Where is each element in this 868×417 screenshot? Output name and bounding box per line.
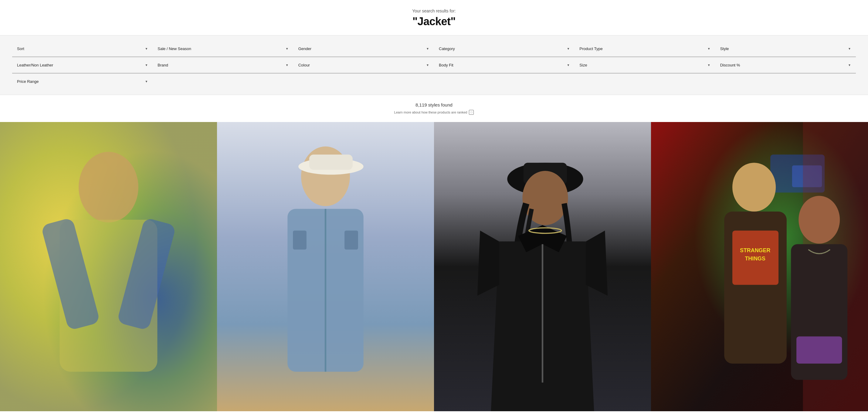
filter-bar: Sort ▼ Sale / New Season ▼ Gender ▼ Cate… — [0, 35, 868, 95]
chevron-down-icon: ▼ — [145, 63, 148, 67]
product-card[interactable] — [0, 122, 217, 411]
filter-row-2: Leather/Non Leather ▼ Brand ▼ Colour ▼ B… — [12, 57, 856, 74]
product-card[interactable] — [217, 122, 434, 411]
filter-product-type[interactable]: Product Type ▼ — [575, 41, 715, 57]
chevron-down-icon: ▼ — [145, 80, 148, 83]
info-icon: □ — [469, 110, 474, 115]
filter-style-label: Style — [720, 46, 729, 51]
results-ranking[interactable]: Learn more about how these products are … — [6, 110, 862, 115]
filter-category[interactable]: Category ▼ — [434, 41, 575, 57]
filter-size-label: Size — [579, 63, 587, 67]
filter-leather-label: Leather/Non Leather — [17, 63, 53, 67]
filter-price-range[interactable]: Price Range ▼ — [12, 74, 153, 89]
ranking-text: Learn more about how these products are … — [394, 110, 467, 114]
product-grid: STRANGER THINGS — [0, 122, 868, 411]
svg-rect-13 — [344, 231, 358, 250]
product-image — [217, 122, 434, 411]
filter-brand-label: Brand — [157, 63, 168, 67]
svg-text:STRANGER: STRANGER — [740, 247, 770, 253]
filter-gender-label: Gender — [298, 46, 311, 51]
svg-rect-12 — [293, 231, 307, 250]
product-card[interactable] — [434, 122, 651, 411]
filter-discount[interactable]: Discount % ▼ — [715, 57, 856, 73]
filter-sort-label: Sort — [17, 46, 24, 51]
filter-body-fit-label: Body Fit — [439, 63, 454, 67]
chevron-down-icon: ▼ — [145, 47, 148, 51]
filter-size[interactable]: Size ▼ — [575, 57, 715, 73]
filter-sale-label: Sale / New Season — [157, 46, 191, 51]
chevron-down-icon: ▼ — [708, 47, 711, 51]
filter-colour[interactable]: Colour ▼ — [293, 57, 434, 73]
filter-product-type-label: Product Type — [579, 46, 602, 51]
filter-brand[interactable]: Brand ▼ — [153, 57, 293, 73]
chevron-down-icon: ▼ — [567, 47, 570, 51]
chevron-down-icon: ▼ — [848, 47, 851, 51]
svg-rect-32 — [796, 336, 842, 363]
filter-sort[interactable]: Sort ▼ — [12, 41, 153, 57]
filter-style[interactable]: Style ▼ — [715, 41, 856, 57]
results-count: 8,119 styles found — [6, 102, 862, 107]
filter-body-fit[interactable]: Body Fit ▼ — [434, 57, 575, 73]
product-image — [0, 122, 217, 411]
filter-gender[interactable]: Gender ▼ — [293, 41, 434, 57]
chevron-down-icon: ▼ — [848, 63, 851, 67]
filter-price-range-label: Price Range — [17, 79, 39, 84]
svg-text:THINGS: THINGS — [745, 256, 766, 262]
filter-leather[interactable]: Leather/Non Leather ▼ — [12, 57, 153, 73]
filter-sale-new-season[interactable]: Sale / New Season ▼ — [153, 41, 293, 57]
chevron-down-icon: ▼ — [286, 63, 289, 67]
product-image: STRANGER THINGS — [651, 122, 868, 411]
search-subtitle: Your search results for: — [6, 8, 862, 13]
product-card[interactable]: STRANGER THINGS — [651, 122, 868, 411]
filter-discount-label: Discount % — [720, 63, 740, 67]
chevron-down-icon: ▼ — [426, 63, 429, 67]
filter-category-label: Category — [439, 46, 455, 51]
search-title: "Jacket" — [6, 15, 862, 28]
svg-point-30 — [799, 196, 840, 244]
svg-point-25 — [732, 163, 776, 212]
filter-row-1: Sort ▼ Sale / New Season ▼ Gender ▼ Cate… — [12, 41, 856, 57]
search-header: Your search results for: "Jacket" — [0, 0, 868, 35]
chevron-down-icon: ▼ — [426, 47, 429, 51]
chevron-down-icon: ▼ — [286, 47, 289, 51]
filter-row-3: Price Range ▼ — [12, 74, 856, 89]
svg-rect-9 — [309, 155, 353, 170]
chevron-down-icon: ▼ — [708, 63, 711, 67]
results-info: 8,119 styles found Learn more about how … — [0, 95, 868, 117]
svg-point-2 — [79, 152, 138, 222]
filter-colour-label: Colour — [298, 63, 310, 67]
chevron-down-icon: ▼ — [567, 63, 570, 67]
product-image — [434, 122, 651, 411]
